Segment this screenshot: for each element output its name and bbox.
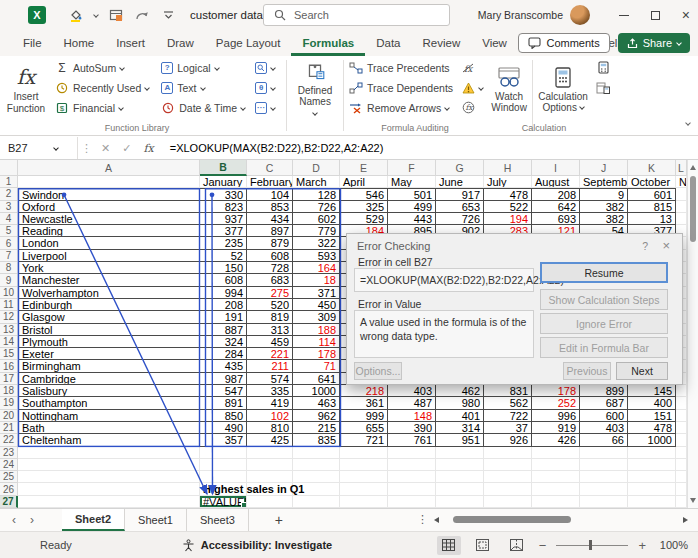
column-header-K[interactable]: K (628, 160, 676, 176)
cell-C6[interactable]: 879 (247, 237, 293, 249)
cell-F19[interactable]: 487 (388, 397, 436, 409)
column-header-H[interactable]: H (484, 160, 532, 176)
cell-E26[interactable] (340, 483, 388, 495)
cell-E3[interactable]: 325 (340, 201, 388, 213)
tab-review[interactable]: Review (411, 37, 471, 56)
cell-K18[interactable]: 145 (628, 385, 676, 397)
row-header-4[interactable]: 4 (0, 213, 18, 225)
cell-E19[interactable]: 361 (340, 397, 388, 409)
cell-A5[interactable]: Reading (18, 225, 200, 237)
cell-L21[interactable] (676, 422, 687, 434)
cell-F21[interactable]: 390 (388, 422, 436, 434)
cell-G24[interactable] (436, 459, 484, 471)
cell-A25[interactable] (18, 471, 200, 483)
cell-H27[interactable] (484, 496, 532, 508)
row-header-25[interactable]: 25 (0, 471, 18, 483)
cell-I24[interactable] (532, 459, 580, 471)
sheet-nav-left-icon[interactable]: ‹ (12, 513, 16, 527)
lookup-reference-button[interactable] (252, 58, 278, 77)
minimize-button[interactable] (619, 15, 629, 16)
cell-L25[interactable] (676, 471, 687, 483)
cell-F25[interactable] (388, 471, 436, 483)
row-header-22[interactable]: 22 (0, 434, 18, 446)
cell-D11[interactable]: 450 (293, 299, 340, 311)
cell-J24[interactable] (580, 459, 628, 471)
cell-B26[interactable]: Highest sales in Q1 (200, 483, 247, 495)
financial-button[interactable]: $Financial (52, 98, 152, 117)
cell-H20[interactable]: 722 (484, 410, 532, 422)
cell-E22[interactable]: 721 (340, 434, 388, 446)
cell-C8[interactable]: 728 (247, 262, 293, 274)
cell-B23[interactable] (200, 447, 247, 459)
cell-A22[interactable]: Cheltenham (18, 434, 200, 446)
cell-I4[interactable]: 693 (532, 213, 580, 225)
cell-B3[interactable]: 823 (200, 201, 247, 213)
zoom-in-button[interactable]: + (638, 539, 646, 552)
cell-F2[interactable]: 501 (388, 188, 436, 200)
cell-C11[interactable]: 520 (247, 299, 293, 311)
cell-B22[interactable]: 357 (200, 434, 247, 446)
cell-B11[interactable]: 208 (200, 299, 247, 311)
cell-G18[interactable]: 462 (436, 385, 484, 397)
cell-D16[interactable]: 71 (293, 360, 340, 372)
calculate-now-button[interactable] (593, 58, 613, 77)
row-header-17[interactable]: 17 (0, 373, 18, 385)
cell-D15[interactable]: 178 (293, 348, 340, 360)
cell-K25[interactable] (628, 471, 676, 483)
column-header-I[interactable]: I (532, 160, 580, 176)
cell-B8[interactable]: 150 (200, 262, 247, 274)
tab-draw[interactable]: Draw (156, 37, 205, 56)
cell-G20[interactable]: 401 (436, 410, 484, 422)
cell-C10[interactable]: 275 (247, 287, 293, 299)
select-all-corner[interactable] (0, 160, 18, 176)
cell-B15[interactable]: 284 (200, 348, 247, 360)
cell-B20[interactable]: 850 (200, 410, 247, 422)
cell-K19[interactable]: 400 (628, 397, 676, 409)
cell-D23[interactable] (293, 447, 340, 459)
cell-C16[interactable]: 211 (247, 360, 293, 372)
row-header-1[interactable]: 1 (0, 176, 18, 188)
cell-G23[interactable] (436, 447, 484, 459)
column-header-C[interactable]: C (247, 160, 293, 176)
cell-G2[interactable]: 917 (436, 188, 484, 200)
cell-I23[interactable] (532, 447, 580, 459)
scroll-down-icon[interactable] (690, 498, 696, 503)
row-header-23[interactable]: 23 (0, 447, 18, 459)
cell-D8[interactable]: 164 (293, 262, 340, 274)
cell-F26[interactable] (388, 483, 436, 495)
cell-K1[interactable]: October (628, 176, 676, 188)
cell-D21[interactable]: 215 (293, 422, 340, 434)
cell-A6[interactable]: London (18, 237, 200, 249)
cell-A7[interactable]: Liverpool (18, 250, 200, 262)
cell-L2[interactable] (676, 188, 687, 200)
row-header-11[interactable]: 11 (0, 299, 18, 311)
excel-logo-icon[interactable]: X (28, 6, 46, 24)
cell-K20[interactable]: 151 (628, 410, 676, 422)
cell-D3[interactable]: 726 (293, 201, 340, 213)
row-header-18[interactable]: 18 (0, 385, 18, 397)
redo-icon[interactable] (134, 7, 150, 23)
cell-B6[interactable]: 235 (200, 237, 247, 249)
sheet-tab-sheet3[interactable]: Sheet3 (187, 509, 249, 531)
cell-C18[interactable]: 335 (247, 385, 293, 397)
row-header-2[interactable]: 2 (0, 188, 18, 200)
cell-C1[interactable]: February (247, 176, 293, 188)
cell-A11[interactable]: Edinburgh (18, 299, 200, 311)
scroll-up-icon[interactable] (690, 165, 696, 170)
cell-A2[interactable]: Swindon (18, 188, 200, 200)
cell-C14[interactable]: 459 (247, 336, 293, 348)
cell-L3[interactable] (676, 201, 687, 213)
dialog-close-icon[interactable]: × (662, 238, 670, 253)
row-header-16[interactable]: 16 (0, 360, 18, 372)
row-header-20[interactable]: 20 (0, 410, 18, 422)
tab-formulas[interactable]: Formulas (291, 37, 365, 56)
cell-E2[interactable]: 546 (340, 188, 388, 200)
cell-C5[interactable]: 897 (247, 225, 293, 237)
show-calculation-steps-button[interactable]: Show Calculation Steps (540, 289, 668, 310)
cell-A18[interactable]: Salisbury (18, 385, 200, 397)
cell-D17[interactable]: 641 (293, 373, 340, 385)
cell-A13[interactable]: Bristol (18, 324, 200, 336)
fill-color-icon[interactable] (68, 7, 84, 23)
vertical-scrollbar[interactable] (687, 160, 698, 508)
cell-I25[interactable] (532, 471, 580, 483)
